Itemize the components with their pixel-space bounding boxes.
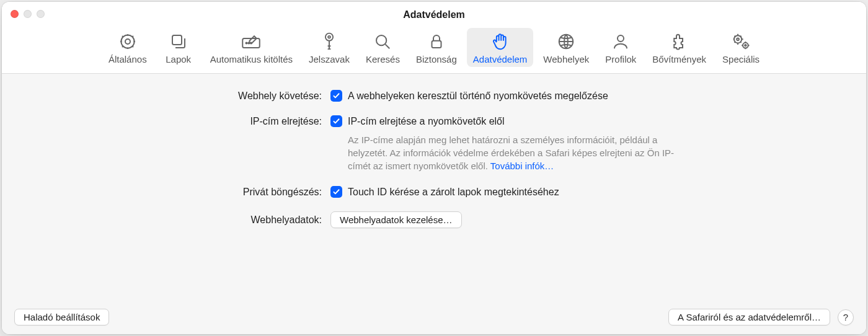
tab-label: Biztonság [416,54,457,64]
lock-icon [427,31,446,52]
row-website-tracking: Webhely követése: A webhelyeken keresztü… [27,90,841,102]
tab-autofill[interactable]: Automatikus kitöltés [204,28,299,67]
tab-advanced[interactable]: Speciális [716,28,766,67]
svg-point-9 [376,35,386,45]
svg-point-4 [246,43,247,44]
row-hide-ip: IP-cím elrejtése: IP-cím elrejtése a nyo… [27,115,841,172]
svg-point-15 [743,43,748,48]
tab-search[interactable]: Keresés [360,28,406,67]
hideip-checkbox[interactable] [330,115,342,127]
row-label: Webhelyadatok: [27,211,330,226]
row-website-data: Webhelyadatok: Webhelyadatok kezelése… [27,211,841,228]
hideip-help-text: Az IP-címe alapján meg lehet határozni a… [330,133,684,172]
tab-websites[interactable]: Webhelyek [537,28,595,67]
row-label: Webhely követése: [27,90,330,102]
private-touchid-checkbox[interactable] [330,186,342,198]
window-title: Adatvédelem [2,9,866,20]
tab-security[interactable]: Biztonság [410,28,463,67]
gear-icon [118,31,137,52]
svg-point-14 [737,38,739,40]
svg-rect-2 [172,35,182,45]
hideip-learn-more-link[interactable]: További infók… [490,161,554,171]
globe-icon [557,31,575,52]
help-button[interactable]: ? [838,309,854,325]
magnifier-icon [373,31,392,52]
row-private-browsing: Privát böngészés: Touch ID kérése a záro… [27,186,841,198]
tab-passwords[interactable]: Jelszavak [303,28,356,67]
key-icon [320,31,339,52]
about-safari-privacy-button[interactable]: A Safariról és az adatvédelemről… [668,309,830,325]
svg-point-16 [745,45,746,46]
gears-icon [731,31,751,52]
titlebar: Adatvédelem [2,2,866,28]
tab-label: Bővítmények [652,54,706,64]
tab-label: Jelszavak [309,54,350,64]
hideip-checkbox-label: IP-cím elrejtése a nyomkövetők elől [348,116,505,127]
tab-label: Automatikus kitöltés [210,54,293,64]
preferences-window: Adatvédelem Általános Lapok Automatikus … [2,2,866,334]
tab-profiles[interactable]: Profilok [599,28,642,67]
tab-label: Keresés [366,54,400,64]
tab-tabs[interactable]: Lapok [157,28,200,67]
svg-point-0 [125,39,130,44]
manage-website-data-button[interactable]: Webhelyadatok kezelése… [330,211,462,228]
tab-label: Általános [108,54,147,64]
svg-rect-10 [432,41,441,48]
tab-label: Webhelyek [543,54,589,64]
tab-extensions[interactable]: Bővítmények [646,28,712,67]
row-label: IP-cím elrejtése: [27,115,330,127]
tab-label: Speciális [722,54,760,64]
tab-label: Profilok [605,54,636,64]
private-checkbox-label: Touch ID kérése a zárolt lapok megtekint… [348,187,559,198]
tab-label: Lapok [166,54,191,64]
svg-point-7 [326,33,333,41]
advanced-settings-button[interactable]: Haladó beállítások [14,309,109,325]
content-pane: Webhely követése: A webhelyeken keresztü… [2,74,866,334]
footer: Haladó beállítások A Safariról és az ada… [14,309,854,325]
prefs-toolbar: Általános Lapok Automatikus kitöltés Jel… [2,28,866,74]
svg-point-1 [121,35,134,48]
tracking-checkbox[interactable] [330,90,342,102]
hand-icon [491,31,510,52]
tracking-checkbox-label: A webhelyeken keresztül történő nyomköve… [348,91,608,102]
svg-point-8 [328,36,330,38]
puzzle-icon [670,31,689,52]
row-label: Privát böngészés: [27,186,330,198]
svg-point-12 [618,35,624,42]
square-stack-icon [169,31,188,52]
tab-label: Adatvédelem [473,54,528,64]
pencil-card-icon [240,31,262,52]
tab-privacy[interactable]: Adatvédelem [467,28,534,67]
tab-general[interactable]: Általános [102,28,153,67]
person-icon [611,31,630,52]
